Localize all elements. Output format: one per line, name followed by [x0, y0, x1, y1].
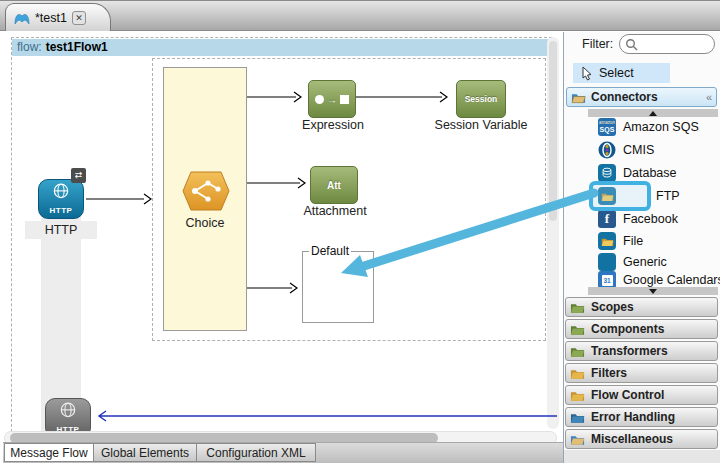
connectors-category-label: Connectors	[591, 90, 658, 104]
folder-icon	[570, 389, 585, 402]
collapse-chevrons-icon[interactable]: «	[706, 91, 712, 103]
session-variable-node-label: Session Variable	[420, 118, 542, 132]
session-variable-node[interactable]: Session	[456, 80, 506, 118]
choice-node-label: Choice	[164, 216, 246, 230]
http-node-label: HTTP	[25, 221, 97, 239]
attachment-node-label: Attachment	[299, 204, 371, 218]
category-label: Miscellaneous	[591, 432, 673, 446]
category-label: Flow Control	[591, 388, 664, 402]
category-label: Scopes	[591, 300, 634, 314]
palette-search-box[interactable]	[619, 34, 715, 54]
palette-category-connectors[interactable]: Connectors «	[566, 87, 717, 107]
select-tool-label: Select	[599, 66, 634, 80]
default-branch-label: Default	[309, 244, 351, 258]
palette-category-filters[interactable]: Filters	[565, 363, 718, 383]
globe-icon	[58, 401, 78, 421]
palette-scroll-down[interactable]	[588, 287, 718, 295]
palette-search-input[interactable]	[638, 38, 706, 50]
palette-category-scopes[interactable]: Scopes	[565, 297, 718, 317]
tab-message-flow[interactable]: Message Flow	[4, 443, 94, 462]
palette-item-label: Database	[623, 166, 677, 180]
mule-studio-window: *test1 ✕ flow:test1Flow1 HTTP ⇄ HTTP	[0, 0, 720, 467]
tab-configuration-xml[interactable]: Configuration XML	[196, 443, 316, 462]
mule-logo-icon	[14, 11, 30, 25]
close-icon[interactable]: ✕	[72, 11, 86, 25]
editor-tabbar: *test1 ✕	[0, 1, 720, 31]
expression-icon: →	[315, 94, 349, 105]
palette-item-label: CMIS	[623, 143, 654, 157]
attachment-node[interactable]: Att	[310, 166, 358, 204]
palette-category-transformers[interactable]: Transformers	[565, 341, 718, 361]
ftp-selection-highlight	[589, 181, 651, 211]
editor-tab-test1[interactable]: *test1 ✕	[5, 3, 111, 31]
palette-category-flow-control[interactable]: Flow Control	[565, 385, 718, 405]
folder-icon	[571, 91, 586, 104]
folder-icon	[598, 232, 616, 250]
expression-node[interactable]: →	[308, 80, 356, 118]
palette-item-facebook[interactable]: f Facebook	[566, 208, 717, 230]
expression-node-label: Expression	[297, 118, 369, 132]
palette-item-amazon-sqs[interactable]: amazon SQS Amazon SQS	[566, 116, 717, 138]
palette-item-file[interactable]: File	[566, 230, 717, 252]
palette-category-error-handling[interactable]: Error Handling	[565, 407, 718, 427]
flow-header-prefix: flow:	[17, 40, 42, 54]
palette-item-label: Google Calendars	[623, 273, 720, 287]
globe-icon	[51, 182, 71, 202]
tab-global-elements[interactable]: Global Elements	[93, 443, 197, 462]
folder-icon	[570, 411, 585, 424]
category-label: Transformers	[591, 344, 668, 358]
attachment-icon-text: Att	[327, 180, 341, 191]
palette-item-cmis[interactable]: CMIS	[566, 139, 717, 161]
category-label: Components	[591, 322, 664, 336]
search-icon	[625, 38, 638, 51]
cursor-icon	[581, 66, 593, 81]
triangle-up-icon	[649, 111, 657, 116]
category-label: Error Handling	[591, 410, 675, 424]
palette-category-miscellaneous[interactable]: Miscellaneous	[565, 429, 718, 449]
choice-node[interactable]: Choice	[163, 67, 247, 331]
palette-select-tool[interactable]: Select	[573, 63, 670, 83]
palette-item-label: Generic	[623, 255, 667, 269]
cmis-icon	[598, 141, 616, 159]
palette-item-label: Amazon SQS	[623, 120, 699, 134]
folder-icon	[570, 323, 585, 336]
http-endpoint-node[interactable]: HTTP	[38, 179, 84, 219]
palette-item-label: File	[623, 234, 643, 248]
choice-icon	[182, 170, 230, 212]
vertical-scrollbar-thumb[interactable]	[549, 41, 557, 221]
palette-item-label: Facebook	[623, 212, 678, 226]
editor-tab-title: *test1	[35, 11, 67, 25]
folder-icon	[570, 301, 585, 314]
filter-label: Filter:	[582, 37, 613, 51]
flow-header[interactable]: flow:test1Flow1	[12, 39, 555, 56]
folder-icon	[570, 433, 585, 446]
category-label: Filters	[591, 366, 627, 380]
palette-footer	[564, 450, 720, 463]
amazon-sqs-icon: amazon SQS	[598, 118, 616, 136]
palette-category-components[interactable]: Components	[565, 319, 718, 339]
palette-item-label: FTP	[656, 189, 680, 203]
flow-name: test1Flow1	[46, 40, 108, 54]
default-branch-box[interactable]	[302, 251, 374, 323]
folder-icon	[570, 367, 585, 380]
session-variable-icon-text: Session	[465, 94, 498, 104]
triangle-down-icon	[649, 289, 657, 294]
folder-icon	[570, 345, 585, 358]
facebook-icon: f	[598, 210, 616, 228]
exchange-arrows-badge-icon[interactable]: ⇄	[71, 168, 86, 183]
database-icon	[598, 164, 616, 182]
http-node-icon-text: HTTP	[50, 206, 73, 215]
